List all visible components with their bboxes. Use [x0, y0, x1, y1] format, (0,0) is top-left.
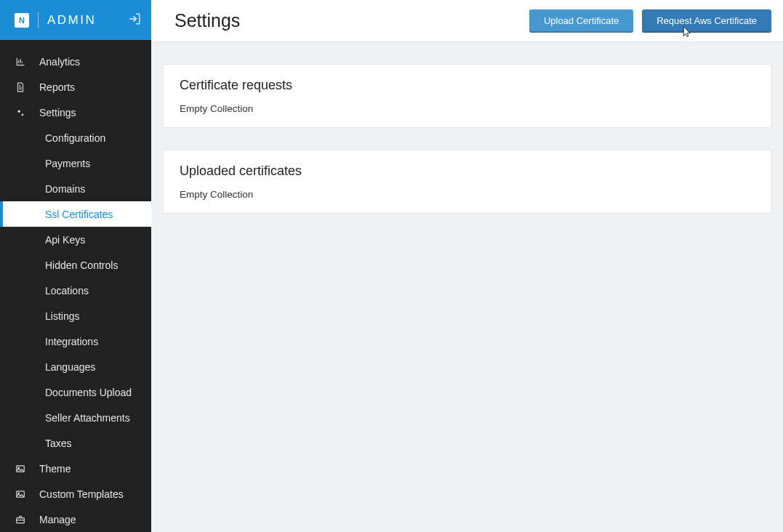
image-icon: [15, 464, 26, 474]
sidebar-item-analytics[interactable]: Analytics: [0, 49, 151, 74]
sidebar-sub-documents-upload[interactable]: Documents Upload: [0, 379, 151, 405]
sidebar-sub-label: Api Keys: [45, 234, 85, 246]
image-icon: [15, 489, 26, 499]
doc-icon: [15, 82, 26, 92]
brand-divider: [38, 12, 39, 28]
sidebar-sub-taxes[interactable]: Taxes: [0, 430, 151, 456]
sidebar-sub-hidden-controls[interactable]: Hidden Controls: [0, 252, 151, 278]
sidebar-sub-integrations[interactable]: Integrations: [0, 329, 151, 354]
sidebar-nav: Analytics Reports Settings Configuration…: [0, 40, 151, 532]
sidebar-sub-label: Integrations: [45, 336, 98, 347]
sidebar-sub-label: Taxes: [45, 438, 72, 449]
topbar-actions: Upload Certificate Request Aws Certifica…: [529, 9, 771, 33]
brand-name: ADMIN: [47, 13, 96, 28]
svg-point-1: [21, 113, 23, 116]
sidebar-header: N ADMIN: [0, 0, 151, 40]
uploaded-certificates-card: Uploaded certificates Empty Collection: [163, 150, 771, 214]
sidebar-sub-locations[interactable]: Locations: [0, 278, 151, 303]
sidebar-sub-label: Languages: [45, 361, 95, 373]
sidebar-sub-ssl-certificates[interactable]: Ssl Certificates: [0, 201, 151, 227]
sidebar-sub-payments[interactable]: Payments: [0, 150, 151, 176]
briefcase-icon: [15, 515, 26, 525]
brand-badge: N: [15, 13, 29, 28]
card-title: Certificate requests: [180, 78, 755, 93]
settings-submenu: Configuration Payments Domains Ssl Certi…: [0, 125, 151, 456]
logout-icon[interactable]: [128, 12, 141, 28]
svg-rect-6: [17, 517, 25, 523]
sidebar-sub-configuration[interactable]: Configuration: [0, 125, 151, 150]
sidebar-sub-label: Payments: [45, 158, 90, 169]
sidebar-item-label: Manage: [39, 514, 76, 525]
sidebar-sub-label: Seller Attachments: [45, 412, 130, 424]
page-title: Settings: [174, 10, 240, 31]
sidebar-sub-label: Locations: [45, 285, 89, 297]
sidebar-sub-label: Listings: [45, 310, 79, 322]
sidebar-sub-languages[interactable]: Languages: [0, 354, 151, 379]
sidebar-item-settings[interactable]: Settings: [0, 100, 151, 125]
sidebar: N ADMIN Analytics Reports Settings: [0, 0, 151, 532]
sidebar-item-reports[interactable]: Reports: [0, 74, 151, 100]
sidebar-item-label: Custom Templates: [39, 488, 124, 500]
main: Settings Upload Certificate Request Aws …: [151, 0, 783, 532]
sidebar-sub-domains[interactable]: Domains: [0, 176, 151, 201]
card-title: Uploaded certificates: [180, 164, 755, 179]
chart-icon: [15, 57, 26, 67]
svg-point-0: [18, 110, 21, 113]
sidebar-item-label: Settings: [39, 107, 76, 118]
gears-icon: [15, 108, 26, 118]
sidebar-sub-api-keys[interactable]: Api Keys: [0, 227, 151, 252]
sidebar-item-manage[interactable]: Manage: [0, 507, 151, 532]
empty-message: Empty Collection: [180, 103, 755, 114]
sidebar-sub-listings[interactable]: Listings: [0, 303, 151, 329]
certificate-requests-card: Certificate requests Empty Collection: [163, 64, 771, 128]
brand: N ADMIN: [15, 12, 96, 28]
sidebar-item-label: Analytics: [39, 56, 80, 68]
sidebar-sub-label: Domains: [45, 183, 85, 195]
sidebar-item-label: Reports: [39, 81, 75, 93]
upload-certificate-button[interactable]: Upload Certificate: [529, 9, 633, 33]
request-aws-certificate-button[interactable]: Request Aws Certificate: [642, 9, 771, 33]
sidebar-sub-label: Documents Upload: [45, 387, 132, 398]
sidebar-sub-label: Configuration: [45, 132, 105, 144]
sidebar-item-theme[interactable]: Theme: [0, 456, 151, 481]
sidebar-item-custom-templates[interactable]: Custom Templates: [0, 481, 151, 507]
empty-message: Empty Collection: [180, 189, 755, 200]
sidebar-sub-label: Hidden Controls: [45, 259, 118, 271]
content: Certificate requests Empty Collection Up…: [151, 42, 783, 235]
sidebar-sub-label: Ssl Certificates: [45, 209, 113, 220]
topbar: Settings Upload Certificate Request Aws …: [151, 0, 783, 42]
sidebar-item-label: Theme: [39, 463, 71, 475]
sidebar-sub-seller-attachments[interactable]: Seller Attachments: [0, 405, 151, 430]
